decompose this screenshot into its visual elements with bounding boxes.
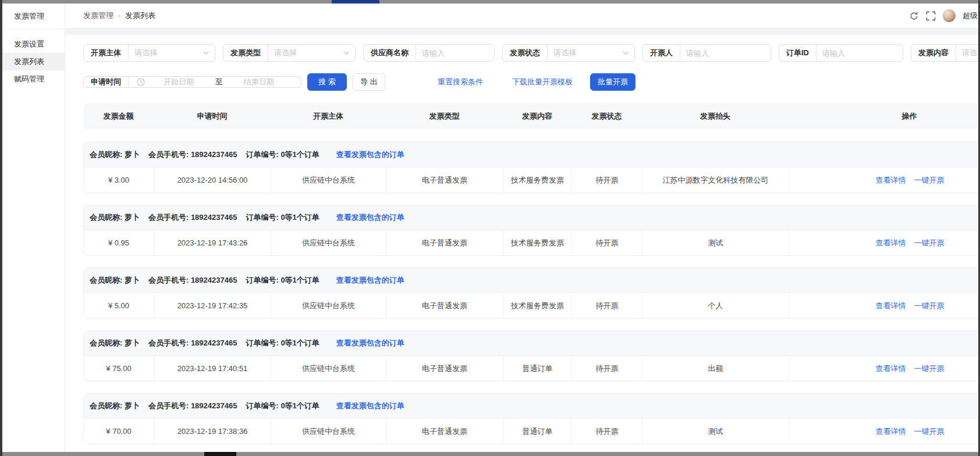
sidebar: 发票管理 发票设置 发票列表 赋码管理 — [2, 3, 65, 452]
cell-amount: ¥ 70.00 — [84, 419, 154, 444]
cell-type: 电子普通发票 — [386, 356, 503, 381]
cell-title: 江苏中源数字文化科技有限公司 — [642, 168, 789, 193]
filter-label: 供应商名称 — [364, 45, 416, 61]
view-included-orders-link[interactable]: 查看发票包含的订单 — [336, 212, 404, 223]
chevron-down-icon — [623, 51, 629, 55]
order-number: 订单编号: 0等1个订单 — [246, 338, 319, 348]
invoice-group-header: 会员昵称: 萝卜 会员手机号: 18924237465 订单编号: 0等1个订单… — [84, 394, 978, 418]
invoice-group-header: 会员昵称: 萝卜 会员手机号: 18924237465 订单编号: 0等1个订单… — [84, 142, 978, 167]
one-click-invoice-link[interactable]: 一键开票 — [914, 426, 945, 437]
view-included-orders-link[interactable]: 查看发票包含的订单 — [336, 275, 404, 286]
search-button[interactable]: 搜 索 — [307, 73, 347, 91]
member-phone: 会员手机号: 18924237465 — [148, 401, 237, 411]
member-nickname: 会员昵称: 萝卜 — [90, 149, 140, 160]
cell-content: 普通订单 — [503, 356, 572, 381]
user-avatar[interactable] — [943, 9, 956, 22]
refresh-icon[interactable] — [909, 11, 919, 21]
window-frame-left — [0, 0, 2, 456]
filter-invoice-type[interactable]: 发票类型 请选择 — [223, 44, 356, 62]
reset-search-link[interactable]: 重置搜索条件 — [438, 77, 483, 87]
table-header: 发票金额 申请时间 开票主体 发票类型 发票内容 发票状态 发票抬头 操作 — [83, 103, 978, 129]
view-detail-link[interactable]: 查看详情 — [876, 426, 906, 437]
clock-icon — [137, 78, 145, 86]
column-apply-time: 申请时间 — [154, 111, 271, 122]
order-number: 订单编号: 0等1个订单 — [246, 401, 319, 411]
cell-status: 待开票 — [572, 230, 642, 255]
filter-row-2: 申请时间 开始日期 至 结束日期 搜 索 导 出 重置搜索条件 下载批量开票模板… — [83, 73, 978, 91]
filter-apply-time[interactable]: 申请时间 开始日期 至 结束日期 — [83, 76, 301, 88]
view-included-orders-link[interactable]: 查看发票包含的订单 — [336, 149, 404, 160]
member-nickname: 会员昵称: 萝卜 — [90, 212, 140, 223]
cell-subject: 供应链中台系统 — [271, 168, 386, 193]
cell-amount: ¥ 5.00 — [84, 293, 154, 318]
filter-invoice-subject[interactable]: 开票主体 请选择 — [83, 44, 215, 62]
cell-subject: 供应链中台系统 — [271, 293, 386, 318]
batch-invoice-button[interactable]: 批量开票 — [590, 73, 635, 91]
cell-title: 测试 — [642, 230, 789, 255]
sidebar-item-code-management[interactable]: 赋码管理 — [2, 70, 65, 88]
member-phone: 会员手机号: 18924237465 — [148, 149, 237, 160]
cell-time: 2023-12-19 17:42:35 — [154, 293, 271, 318]
one-click-invoice-link[interactable]: 一键开票 — [914, 175, 945, 186]
order-number: 订单编号: 0等1个订单 — [246, 149, 319, 160]
filter-order-id[interactable]: 订单ID — [779, 44, 903, 62]
main-area: 发票管理 › 发票列表 超级管理员 — [65, 3, 978, 452]
table-row: ¥ 0.95 2023-12-19 17:43:26 供应链中台系统 电子普通发… — [84, 230, 978, 255]
issuer-input[interactable] — [686, 49, 765, 58]
order-id-input[interactable] — [822, 49, 897, 58]
cell-type: 电子普通发票 — [386, 419, 503, 444]
app-window: 发票管理 发票设置 发票列表 赋码管理 发票管理 › 发票列表 — [0, 0, 980, 456]
column-invoice-subject: 开票主体 — [271, 111, 386, 122]
top-bar: 发票管理 › 发票列表 超级管理员 — [65, 3, 978, 28]
column-invoice-amount: 发票金额 — [83, 111, 154, 122]
cell-type: 电子普通发票 — [386, 230, 503, 255]
page-divider — [65, 28, 978, 35]
cell-content: 技术服务费发票 — [503, 168, 572, 193]
sidebar-item-invoice-list[interactable]: 发票列表 — [2, 53, 65, 70]
invoice-group: 会员昵称: 萝卜 会员手机号: 18924237465 订单编号: 0等1个订单… — [83, 330, 978, 382]
view-detail-link[interactable]: 查看详情 — [876, 301, 906, 311]
filter-invoice-content[interactable]: 发票内容 请选择 — [911, 44, 978, 62]
horizontal-scrollbar-thumb[interactable] — [204, 452, 236, 456]
cell-amount: ¥ 75.00 — [84, 356, 154, 381]
view-detail-link[interactable]: 查看详情 — [876, 364, 906, 374]
cell-subject: 供应链中台系统 — [271, 419, 386, 444]
one-click-invoice-link[interactable]: 一键开票 — [914, 238, 945, 248]
window-frame-top — [0, 0, 980, 3]
cell-content: 普通订单 — [503, 419, 572, 444]
view-detail-link[interactable]: 查看详情 — [876, 175, 906, 186]
top-frame-accent — [332, 0, 379, 3]
breadcrumb-parent[interactable]: 发票管理 — [83, 10, 113, 21]
one-click-invoice-link[interactable]: 一键开票 — [914, 301, 945, 311]
table-row: ¥ 70.00 2023-12-19 17:38:36 供应链中台系统 电子普通… — [84, 418, 978, 444]
window-frame-bottom — [0, 452, 980, 456]
fullscreen-icon[interactable] — [926, 11, 936, 21]
supplier-name-input[interactable] — [422, 49, 488, 58]
view-detail-link[interactable]: 查看详情 — [876, 238, 906, 248]
select-placeholder: 请选择 — [274, 48, 297, 58]
select-placeholder: 请选择 — [134, 48, 157, 58]
export-button[interactable]: 导 出 — [353, 73, 385, 91]
order-number: 订单编号: 0等1个订单 — [246, 275, 319, 286]
filter-supplier-name[interactable]: 供应商名称 — [363, 44, 495, 62]
app-body: 发票管理 发票设置 发票列表 赋码管理 发票管理 › 发票列表 — [2, 3, 978, 452]
column-invoice-content: 发票内容 — [503, 111, 571, 122]
view-included-orders-link[interactable]: 查看发票包含的订单 — [336, 401, 404, 411]
order-number: 订单编号: 0等1个订单 — [246, 212, 319, 223]
column-invoice-status: 发票状态 — [571, 111, 642, 122]
cell-time: 2023-12-20 14:56:00 — [154, 168, 271, 193]
download-batch-template-link[interactable]: 下载批量开票模板 — [512, 77, 573, 87]
invoice-group-header: 会员昵称: 萝卜 会员手机号: 18924237465 订单编号: 0等1个订单… — [84, 268, 978, 293]
start-date-field[interactable]: 开始日期 — [145, 77, 213, 87]
sidebar-menu: 发票设置 发票列表 赋码管理 — [2, 28, 65, 88]
end-date-field[interactable]: 结束日期 — [225, 77, 293, 87]
chevron-down-icon — [343, 51, 349, 55]
sidebar-item-invoice-settings[interactable]: 发票设置 — [2, 35, 65, 53]
filter-invoice-status[interactable]: 发票状态 请选择 — [502, 44, 635, 62]
view-included-orders-link[interactable]: 查看发票包含的订单 — [336, 338, 404, 348]
one-click-invoice-link[interactable]: 一键开票 — [914, 364, 945, 374]
filter-invoice-issuer[interactable]: 开票人 — [642, 44, 771, 62]
cell-time: 2023-12-19 17:43:26 — [154, 230, 271, 255]
cell-title: 测试 — [642, 419, 789, 444]
table-row: ¥ 5.00 2023-12-19 17:42:35 供应链中台系统 电子普通发… — [84, 293, 978, 318]
